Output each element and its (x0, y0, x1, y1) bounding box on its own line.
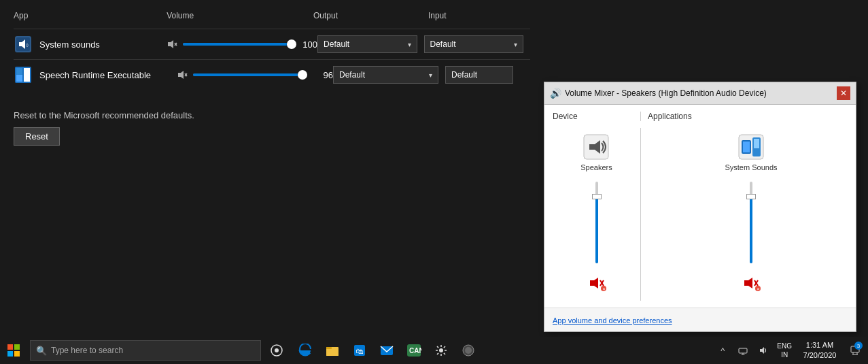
security-btn[interactable] (455, 337, 481, 363)
system-sounds-volume-val: 100 (297, 39, 317, 50)
system-sounds-output-dropdown[interactable]: Default ▾ (317, 35, 417, 53)
svg-text:✕: ✕ (602, 287, 606, 291)
system-sounds-volume-control[interactable]: 100 (167, 39, 317, 50)
svg-marker-6 (168, 40, 173, 48)
col-header-volume: Volume (167, 11, 313, 20)
network-icon-btn[interactable] (733, 337, 752, 363)
mixer-device-header: Device (553, 112, 641, 121)
mixer-close-button[interactable]: ✕ (837, 86, 850, 100)
svg-marker-13 (178, 71, 184, 79)
svg-rect-27 (754, 139, 759, 148)
task-view-icon (271, 344, 283, 357)
mixer-body: Device Applications Speakers (544, 105, 856, 308)
system-sounds-mixer-icon (737, 133, 765, 161)
svg-marker-18 (590, 278, 598, 288)
svg-rect-34 (14, 344, 20, 350)
system-sounds-mixer-slider[interactable] (750, 182, 752, 263)
can-app-btn[interactable]: CAN (401, 337, 427, 363)
lang-top: ENG (777, 342, 792, 350)
system-sounds-slider[interactable] (183, 43, 292, 46)
col-header-output: Output (313, 11, 428, 20)
speaker-icon: 🔊 (550, 88, 561, 99)
language-indicator[interactable]: ENG IN (774, 342, 795, 359)
store-btn[interactable]: 🛍 (347, 337, 372, 363)
reset-section: Reset to the Microsoft recommended defau… (14, 110, 530, 146)
system-sounds-slider-container[interactable] (750, 178, 752, 267)
mixer-titlebar: 🔊 Volume Mixer - Speakers (High Definiti… (544, 82, 856, 105)
svg-point-38 (275, 348, 279, 352)
system-sounds-icon: ) ) (14, 35, 33, 54)
clock-date: 7/20/2020 (803, 350, 837, 361)
svg-rect-41 (326, 347, 332, 349)
show-hidden-icons-btn[interactable]: ^ (713, 337, 732, 363)
mixer-footer: App volume and device preferences (544, 308, 856, 331)
svg-text:🛍: 🛍 (355, 347, 364, 355)
svg-rect-11 (24, 68, 30, 82)
speakers-icon (583, 133, 610, 161)
system-sounds-input-dropdown[interactable]: Default ▾ (424, 35, 523, 53)
mixer-title: Volume Mixer - Speakers (High Definition… (565, 88, 833, 98)
speakers-slider[interactable] (595, 182, 598, 263)
can-app-icon: CAN (406, 344, 421, 357)
edge-icon (298, 344, 312, 357)
speech-runtime-volume-control[interactable]: 96 (177, 69, 333, 80)
notifications-btn[interactable]: 3 (845, 337, 865, 363)
svg-rect-25 (743, 142, 750, 152)
chevron-down-icon: ▾ (514, 41, 517, 48)
svg-text:✕: ✕ (757, 287, 760, 291)
svg-rect-36 (14, 351, 20, 357)
notification-badge: 3 (854, 342, 863, 350)
reset-button[interactable]: Reset (14, 127, 60, 146)
system-sounds-mute-icon[interactable]: ✕ (742, 274, 761, 295)
app-name-cell: Speech Runtime Executable (14, 65, 177, 84)
task-view-button[interactable] (264, 337, 290, 363)
column-headers: App Volume Output Input (14, 11, 530, 20)
speakers-mute-icon[interactable]: ✕ (587, 274, 606, 295)
svg-marker-28 (744, 278, 752, 288)
reset-description: Reset to the Microsoft recommended defau… (14, 110, 530, 120)
app-volume-device-link[interactable]: App volume and device preferences (553, 316, 672, 325)
speakers-label: Speakers (580, 163, 612, 171)
speech-runtime-mute-icon[interactable] (177, 69, 188, 80)
edge-icon-btn[interactable] (292, 337, 318, 363)
col-header-input: Input (428, 11, 530, 20)
network-icon (738, 346, 748, 355)
mixer-device-section: Speakers ✕ (553, 128, 641, 301)
taskbar: 🔍 Type here to search (0, 337, 868, 364)
settings-icon (435, 344, 447, 357)
speech-runtime-volume-val: 96 (313, 70, 333, 80)
table-row: Speech Runtime Executable 96 Default ▾ D… (14, 59, 530, 90)
speech-runtime-input-dropdown[interactable]: Default (445, 66, 513, 84)
chevron-down-icon: ▾ (408, 41, 411, 48)
volume-mixer-popup: 🔊 Volume Mixer - Speakers (High Definiti… (544, 82, 856, 332)
mail-btn[interactable] (374, 337, 400, 363)
system-sounds-name: System sounds (39, 39, 100, 50)
search-icon: 🔍 (36, 346, 47, 356)
file-explorer-btn[interactable] (319, 337, 345, 363)
speech-runtime-name: Speech Runtime Executable (39, 70, 151, 80)
taskbar-app-icons: 🛍 CAN (292, 337, 481, 363)
svg-rect-12 (16, 68, 22, 75)
mixer-columns: Speakers ✕ (553, 128, 848, 301)
lang-bot: IN (781, 350, 788, 359)
speech-runtime-output-dropdown[interactable]: Default ▾ (333, 66, 438, 84)
file-explorer-icon (326, 344, 339, 357)
system-sounds-icon-wrapper: System Sounds (725, 133, 777, 171)
speech-runtime-slider[interactable] (193, 73, 307, 76)
col-header-app: App (14, 11, 167, 20)
svg-rect-35 (7, 351, 13, 357)
svg-point-47 (439, 348, 443, 352)
system-clock[interactable]: 1:31 AM 7/20/2020 (796, 340, 844, 361)
security-icon (462, 344, 474, 357)
taskbar-search[interactable]: 🔍 Type here to search (30, 340, 261, 361)
svg-rect-33 (7, 344, 13, 350)
system-sounds-mute-icon[interactable] (167, 39, 177, 50)
svg-rect-50 (739, 348, 747, 353)
svg-marker-53 (760, 347, 764, 354)
settings-btn[interactable] (428, 337, 454, 363)
speakers-slider-container[interactable] (595, 178, 598, 267)
volume-icon-btn[interactable] (754, 337, 773, 363)
mixer-section-headers: Device Applications (553, 112, 848, 121)
start-button[interactable] (0, 337, 27, 364)
search-placeholder-text: Type here to search (51, 346, 123, 355)
